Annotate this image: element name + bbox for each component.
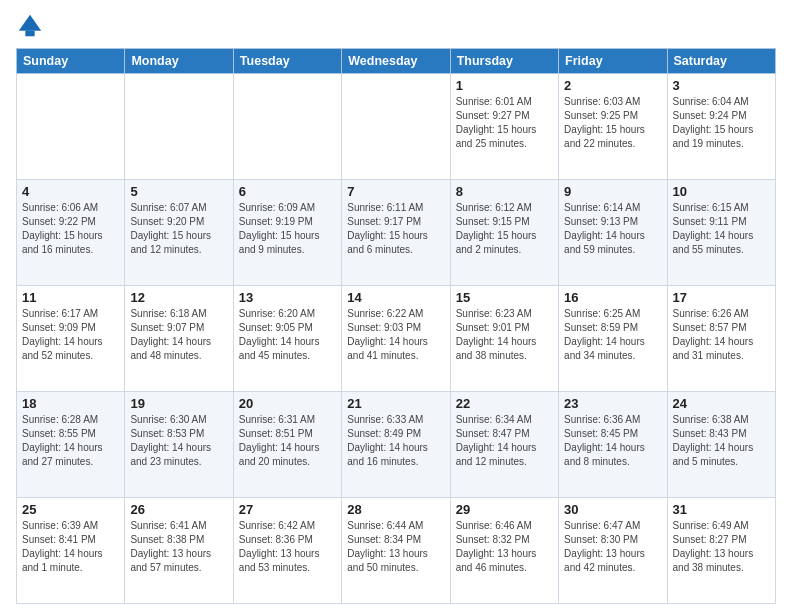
day-info: Sunrise: 6:15 AM Sunset: 9:11 PM Dayligh… bbox=[673, 201, 770, 257]
day-number: 16 bbox=[564, 290, 661, 305]
day-number: 3 bbox=[673, 78, 770, 93]
calendar-cell: 11Sunrise: 6:17 AM Sunset: 9:09 PM Dayli… bbox=[17, 286, 125, 392]
day-number: 11 bbox=[22, 290, 119, 305]
day-number: 18 bbox=[22, 396, 119, 411]
day-number: 15 bbox=[456, 290, 553, 305]
calendar-cell: 28Sunrise: 6:44 AM Sunset: 8:34 PM Dayli… bbox=[342, 498, 450, 604]
calendar-cell: 31Sunrise: 6:49 AM Sunset: 8:27 PM Dayli… bbox=[667, 498, 775, 604]
calendar-cell: 29Sunrise: 6:46 AM Sunset: 8:32 PM Dayli… bbox=[450, 498, 558, 604]
weekday-header: Monday bbox=[125, 49, 233, 74]
day-info: Sunrise: 6:47 AM Sunset: 8:30 PM Dayligh… bbox=[564, 519, 661, 575]
day-info: Sunrise: 6:41 AM Sunset: 8:38 PM Dayligh… bbox=[130, 519, 227, 575]
calendar-cell: 8Sunrise: 6:12 AM Sunset: 9:15 PM Daylig… bbox=[450, 180, 558, 286]
calendar-cell: 25Sunrise: 6:39 AM Sunset: 8:41 PM Dayli… bbox=[17, 498, 125, 604]
day-number: 17 bbox=[673, 290, 770, 305]
calendar-cell: 19Sunrise: 6:30 AM Sunset: 8:53 PM Dayli… bbox=[125, 392, 233, 498]
page: SundayMondayTuesdayWednesdayThursdayFrid… bbox=[0, 0, 792, 612]
svg-marker-0 bbox=[19, 15, 41, 31]
weekday-header: Tuesday bbox=[233, 49, 341, 74]
day-number: 29 bbox=[456, 502, 553, 517]
day-number: 28 bbox=[347, 502, 444, 517]
day-info: Sunrise: 6:17 AM Sunset: 9:09 PM Dayligh… bbox=[22, 307, 119, 363]
day-info: Sunrise: 6:28 AM Sunset: 8:55 PM Dayligh… bbox=[22, 413, 119, 469]
calendar-cell: 14Sunrise: 6:22 AM Sunset: 9:03 PM Dayli… bbox=[342, 286, 450, 392]
calendar-week: 1Sunrise: 6:01 AM Sunset: 9:27 PM Daylig… bbox=[17, 74, 776, 180]
header bbox=[16, 12, 776, 40]
day-number: 21 bbox=[347, 396, 444, 411]
day-info: Sunrise: 6:04 AM Sunset: 9:24 PM Dayligh… bbox=[673, 95, 770, 151]
calendar-cell: 6Sunrise: 6:09 AM Sunset: 9:19 PM Daylig… bbox=[233, 180, 341, 286]
calendar-cell: 17Sunrise: 6:26 AM Sunset: 8:57 PM Dayli… bbox=[667, 286, 775, 392]
calendar-body: 1Sunrise: 6:01 AM Sunset: 9:27 PM Daylig… bbox=[17, 74, 776, 604]
weekday-header: Friday bbox=[559, 49, 667, 74]
calendar-cell: 12Sunrise: 6:18 AM Sunset: 9:07 PM Dayli… bbox=[125, 286, 233, 392]
day-info: Sunrise: 6:23 AM Sunset: 9:01 PM Dayligh… bbox=[456, 307, 553, 363]
day-info: Sunrise: 6:11 AM Sunset: 9:17 PM Dayligh… bbox=[347, 201, 444, 257]
calendar-cell: 3Sunrise: 6:04 AM Sunset: 9:24 PM Daylig… bbox=[667, 74, 775, 180]
day-info: Sunrise: 6:03 AM Sunset: 9:25 PM Dayligh… bbox=[564, 95, 661, 151]
day-info: Sunrise: 6:42 AM Sunset: 8:36 PM Dayligh… bbox=[239, 519, 336, 575]
day-number: 25 bbox=[22, 502, 119, 517]
calendar-cell bbox=[342, 74, 450, 180]
calendar-cell: 7Sunrise: 6:11 AM Sunset: 9:17 PM Daylig… bbox=[342, 180, 450, 286]
day-number: 14 bbox=[347, 290, 444, 305]
weekday-row: SundayMondayTuesdayWednesdayThursdayFrid… bbox=[17, 49, 776, 74]
day-info: Sunrise: 6:30 AM Sunset: 8:53 PM Dayligh… bbox=[130, 413, 227, 469]
day-info: Sunrise: 6:46 AM Sunset: 8:32 PM Dayligh… bbox=[456, 519, 553, 575]
day-info: Sunrise: 6:31 AM Sunset: 8:51 PM Dayligh… bbox=[239, 413, 336, 469]
weekday-header: Wednesday bbox=[342, 49, 450, 74]
day-number: 8 bbox=[456, 184, 553, 199]
calendar-cell bbox=[233, 74, 341, 180]
day-info: Sunrise: 6:06 AM Sunset: 9:22 PM Dayligh… bbox=[22, 201, 119, 257]
day-number: 4 bbox=[22, 184, 119, 199]
calendar-week: 4Sunrise: 6:06 AM Sunset: 9:22 PM Daylig… bbox=[17, 180, 776, 286]
calendar-cell: 23Sunrise: 6:36 AM Sunset: 8:45 PM Dayli… bbox=[559, 392, 667, 498]
day-number: 20 bbox=[239, 396, 336, 411]
calendar-header: SundayMondayTuesdayWednesdayThursdayFrid… bbox=[17, 49, 776, 74]
day-number: 10 bbox=[673, 184, 770, 199]
calendar-week: 11Sunrise: 6:17 AM Sunset: 9:09 PM Dayli… bbox=[17, 286, 776, 392]
calendar-cell: 22Sunrise: 6:34 AM Sunset: 8:47 PM Dayli… bbox=[450, 392, 558, 498]
calendar-cell: 1Sunrise: 6:01 AM Sunset: 9:27 PM Daylig… bbox=[450, 74, 558, 180]
day-info: Sunrise: 6:22 AM Sunset: 9:03 PM Dayligh… bbox=[347, 307, 444, 363]
svg-rect-1 bbox=[25, 31, 34, 37]
calendar-cell: 27Sunrise: 6:42 AM Sunset: 8:36 PM Dayli… bbox=[233, 498, 341, 604]
day-info: Sunrise: 6:36 AM Sunset: 8:45 PM Dayligh… bbox=[564, 413, 661, 469]
day-info: Sunrise: 6:01 AM Sunset: 9:27 PM Dayligh… bbox=[456, 95, 553, 151]
weekday-header: Sunday bbox=[17, 49, 125, 74]
calendar-cell: 16Sunrise: 6:25 AM Sunset: 8:59 PM Dayli… bbox=[559, 286, 667, 392]
day-info: Sunrise: 6:20 AM Sunset: 9:05 PM Dayligh… bbox=[239, 307, 336, 363]
day-info: Sunrise: 6:39 AM Sunset: 8:41 PM Dayligh… bbox=[22, 519, 119, 575]
day-number: 31 bbox=[673, 502, 770, 517]
day-number: 24 bbox=[673, 396, 770, 411]
logo-icon bbox=[16, 12, 44, 40]
calendar-cell bbox=[125, 74, 233, 180]
day-info: Sunrise: 6:12 AM Sunset: 9:15 PM Dayligh… bbox=[456, 201, 553, 257]
day-number: 2 bbox=[564, 78, 661, 93]
day-info: Sunrise: 6:49 AM Sunset: 8:27 PM Dayligh… bbox=[673, 519, 770, 575]
day-info: Sunrise: 6:44 AM Sunset: 8:34 PM Dayligh… bbox=[347, 519, 444, 575]
day-number: 27 bbox=[239, 502, 336, 517]
calendar-cell: 18Sunrise: 6:28 AM Sunset: 8:55 PM Dayli… bbox=[17, 392, 125, 498]
day-info: Sunrise: 6:14 AM Sunset: 9:13 PM Dayligh… bbox=[564, 201, 661, 257]
calendar-table: SundayMondayTuesdayWednesdayThursdayFrid… bbox=[16, 48, 776, 604]
calendar-cell: 30Sunrise: 6:47 AM Sunset: 8:30 PM Dayli… bbox=[559, 498, 667, 604]
calendar-cell bbox=[17, 74, 125, 180]
day-number: 22 bbox=[456, 396, 553, 411]
weekday-header: Thursday bbox=[450, 49, 558, 74]
day-info: Sunrise: 6:18 AM Sunset: 9:07 PM Dayligh… bbox=[130, 307, 227, 363]
weekday-header: Saturday bbox=[667, 49, 775, 74]
day-info: Sunrise: 6:38 AM Sunset: 8:43 PM Dayligh… bbox=[673, 413, 770, 469]
day-number: 13 bbox=[239, 290, 336, 305]
day-number: 6 bbox=[239, 184, 336, 199]
calendar-cell: 24Sunrise: 6:38 AM Sunset: 8:43 PM Dayli… bbox=[667, 392, 775, 498]
calendar-cell: 5Sunrise: 6:07 AM Sunset: 9:20 PM Daylig… bbox=[125, 180, 233, 286]
calendar-week: 18Sunrise: 6:28 AM Sunset: 8:55 PM Dayli… bbox=[17, 392, 776, 498]
logo bbox=[16, 12, 48, 40]
calendar-cell: 20Sunrise: 6:31 AM Sunset: 8:51 PM Dayli… bbox=[233, 392, 341, 498]
day-info: Sunrise: 6:33 AM Sunset: 8:49 PM Dayligh… bbox=[347, 413, 444, 469]
day-number: 26 bbox=[130, 502, 227, 517]
day-number: 23 bbox=[564, 396, 661, 411]
calendar-cell: 13Sunrise: 6:20 AM Sunset: 9:05 PM Dayli… bbox=[233, 286, 341, 392]
day-info: Sunrise: 6:09 AM Sunset: 9:19 PM Dayligh… bbox=[239, 201, 336, 257]
